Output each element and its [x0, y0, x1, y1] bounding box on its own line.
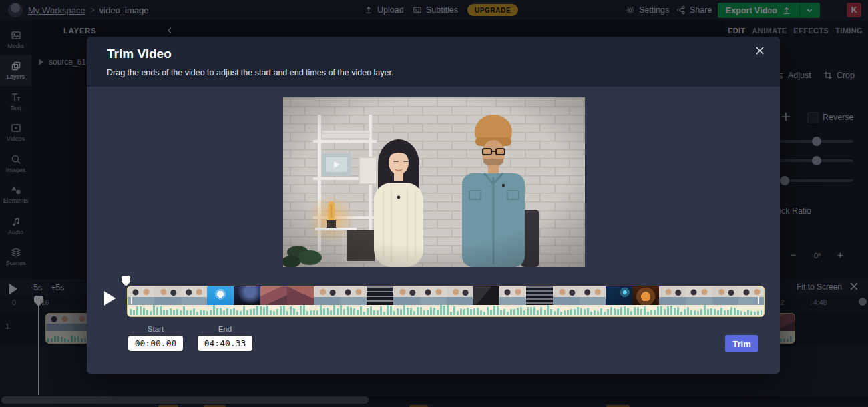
- modal-description: Drag the ends of the video to adjust the…: [107, 68, 393, 77]
- video-thumbnail: [287, 286, 314, 305]
- video-thumbnail: [154, 286, 181, 305]
- video-preview-frame: [283, 97, 585, 267]
- video-thumbnail: [393, 286, 420, 305]
- app: My Workspace > video_image Upload Subtit…: [0, 0, 868, 407]
- trim-start-handle[interactable]: [131, 296, 132, 304]
- filmstrip[interactable]: [127, 286, 765, 317]
- trim-video-modal: Trim Video Drag the ends of the video to…: [87, 37, 780, 374]
- modal-close-button[interactable]: [754, 45, 767, 57]
- trim-playhead[interactable]: [122, 276, 130, 286]
- video-thumbnail: [499, 286, 526, 305]
- video-thumbnail: [447, 286, 473, 305]
- video-preview: [283, 97, 585, 267]
- video-thumbnail: [367, 286, 393, 305]
- close-icon: [754, 45, 767, 56]
- video-thumbnail: [580, 286, 606, 305]
- end-time-input[interactable]: [198, 336, 252, 351]
- video-thumbnail: [606, 286, 632, 305]
- video-thumbnail: [207, 286, 234, 305]
- video-thumbnail: [234, 286, 260, 305]
- video-thumbnail: [473, 286, 499, 305]
- filmstrip-waveform: [130, 305, 762, 315]
- video-thumbnail: [314, 286, 341, 305]
- modal-title: Trim Video: [107, 47, 172, 61]
- video-thumbnail: [526, 286, 553, 305]
- end-label: End: [198, 325, 252, 333]
- filmstrip-thumbnails: [128, 286, 764, 305]
- video-thumbnail: [340, 286, 367, 305]
- video-thumbnail: [181, 286, 208, 305]
- video-thumbnail: [712, 286, 739, 305]
- trim-button[interactable]: Trim: [725, 335, 758, 352]
- video-thumbnail: [738, 286, 764, 305]
- video-thumbnail: [553, 286, 580, 305]
- video-thumbnail: [260, 286, 287, 305]
- modal-header: Trim Video Drag the ends of the video to…: [87, 37, 780, 87]
- video-thumbnail: [686, 286, 712, 305]
- trim-end-handle[interactable]: [758, 296, 759, 304]
- video-thumbnail: [659, 286, 686, 305]
- preview-play-button[interactable]: [104, 291, 116, 306]
- start-label: Start: [128, 325, 183, 333]
- start-time-input[interactable]: [128, 336, 183, 351]
- video-thumbnail: [632, 286, 659, 305]
- modal-body: Start End Trim: [87, 87, 780, 374]
- video-thumbnail: [420, 286, 447, 305]
